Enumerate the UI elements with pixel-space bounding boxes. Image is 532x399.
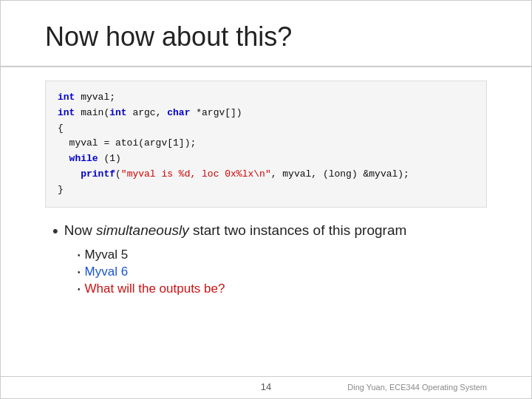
main-bullet-text: Now simultaneously start two instances o…: [64, 221, 407, 241]
main-bullet-dot: •: [52, 221, 58, 242]
sub-bullets: • Myval 5 • Myval 6 • What will the outp…: [52, 248, 487, 296]
sub-bullet-3: • What will the outputs be?: [78, 282, 487, 296]
sub-bullet-dot-2: •: [78, 268, 81, 276]
sub-bullet-text-2: Myval 6: [85, 265, 129, 279]
sub-bullet-2: • Myval 6: [78, 265, 487, 279]
code-block: int myval; int main(int argc, char *argv…: [45, 81, 487, 208]
main-bullet-text-italic: simultaneously: [96, 222, 189, 238]
footer-page-number: 14: [261, 381, 271, 392]
main-bullet-text-after: start two instances of this program: [189, 222, 407, 238]
main-bullet-text-before: Now: [64, 222, 96, 238]
slide-title: Now how about this?: [1, 1, 531, 67]
main-bullet: • Now simultaneously start two instances…: [52, 221, 487, 242]
sub-bullet-text-1: Myval 5: [85, 248, 129, 262]
slide-footer: 14 Ding Yuan, ECE344 Operating System: [1, 376, 531, 398]
slide-content: int myval; int main(int argc, char *argv…: [1, 67, 531, 376]
sub-bullet-1: • Myval 5: [78, 248, 487, 262]
sub-bullet-text-3: What will the outputs be?: [85, 282, 225, 296]
sub-bullet-dot-3: •: [78, 285, 81, 293]
footer-credit: Ding Yuan, ECE344 Operating System: [347, 383, 487, 392]
sub-bullet-dot-1: •: [78, 251, 81, 259]
bullet-section: • Now simultaneously start two instances…: [45, 221, 487, 297]
slide: Now how about this? int myval; int main(…: [0, 0, 532, 399]
